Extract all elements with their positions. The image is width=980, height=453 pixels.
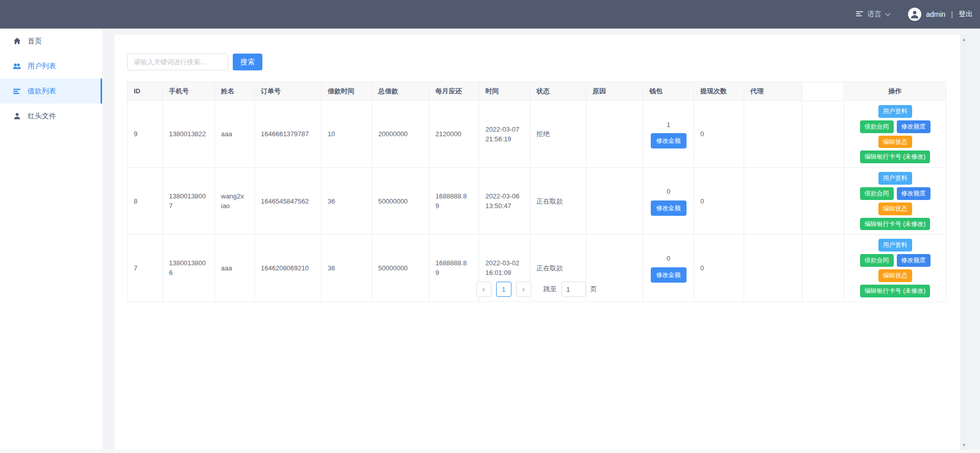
name-cell: aaa <box>215 101 255 168</box>
column-header-id: ID <box>128 82 163 101</box>
search-bar: 搜索 <box>127 54 262 70</box>
edit-status-button[interactable]: 编辑状态 <box>878 203 912 215</box>
topbar: 语言 admin | 登出 <box>0 0 980 29</box>
column-header-monthly-due: 每月应还 <box>429 82 479 101</box>
time-cell: 2022-03-07 21:56:19 <box>479 101 530 168</box>
column-header-total-loan: 总借款 <box>372 82 429 101</box>
id-cell: 9 <box>128 101 163 168</box>
modify-quota-button[interactable]: 修改额度 <box>897 254 930 267</box>
loan-time-cell: 10 <box>322 101 372 168</box>
table-row: 9 1380013822 aaa 1646661379787 10 200000… <box>128 101 946 168</box>
withdraw-count-cell: 0 <box>694 101 744 168</box>
search-input[interactable] <box>127 54 228 70</box>
status-cell: 正在取款 <box>530 168 586 235</box>
scroll-down-icon[interactable] <box>962 440 966 450</box>
topbar-right-cluster: 语言 admin | 登出 <box>856 8 973 21</box>
id-cell: 8 <box>128 168 163 235</box>
sidebar-item-loan-list[interactable]: 借款列表 <box>0 79 102 104</box>
username-label: admin <box>926 10 945 18</box>
edit-bank-card-button[interactable]: 编辑银行卡号 (未修改) <box>860 150 930 163</box>
column-header-withdraw-count: 提现次数 <box>694 82 744 101</box>
column-header-order-no: 订单号 <box>255 82 322 101</box>
wallet-count: 0 <box>649 254 688 264</box>
column-header-agent: 代理 <box>744 82 802 101</box>
sidebar-item-user-list[interactable]: 用户列表 <box>0 54 102 79</box>
loan-contract-button[interactable]: 借款合同 <box>860 187 894 200</box>
spacer-column-header <box>802 82 844 101</box>
language-lines-icon <box>856 10 864 19</box>
column-header-loan-time: 借款时间 <box>322 82 372 101</box>
actions-cell: 用户资料 借款合同 修改额度 编辑状态 编辑银行卡号 (未修改) <box>844 101 946 168</box>
loan-table: ID 手机号 姓名 订单号 借款时间 总借款 每月应还 时间 状态 原因 钱包 … <box>127 82 946 302</box>
logout-button[interactable]: 登出 <box>959 10 973 19</box>
modify-amount-button[interactable]: 修改金额 <box>651 267 687 283</box>
main-area: 搜索 ID 手机号 姓名 订单号 借款时间 总借款 每月应还 时间 <box>102 29 980 449</box>
modify-quota-button[interactable]: 修改额度 <box>897 187 930 200</box>
vertical-scrollbar[interactable] <box>960 35 968 450</box>
user-profile-button[interactable]: 用户资料 <box>878 105 912 118</box>
loan-contract-button[interactable]: 借款合同 <box>860 254 894 267</box>
user-avatar-icon <box>910 10 919 19</box>
monthly-due-cell: 2120000 <box>429 101 479 168</box>
sidebar-item-label: 红头文件 <box>28 112 56 121</box>
chevron-down-icon <box>886 11 891 16</box>
spacer-cell <box>802 101 844 168</box>
avatar[interactable] <box>908 8 921 21</box>
table-header-row: ID 手机号 姓名 订单号 借款时间 总借款 每月应还 时间 状态 原因 钱包 … <box>128 82 946 101</box>
jump-to-label: 跳至 <box>544 285 557 294</box>
name-cell: wang2xiao <box>215 168 255 235</box>
actions-cell: 用户资料 借款合同 修改额度 编辑状态 编辑银行卡号 (未修改) <box>844 168 946 235</box>
jump-page-input[interactable] <box>561 282 586 297</box>
withdraw-count-cell: 0 <box>694 168 744 235</box>
column-header-reason: 原因 <box>586 82 643 101</box>
loan-time-cell: 36 <box>322 168 372 235</box>
total-loan-cell: 50000000 <box>372 168 429 235</box>
modify-amount-button[interactable]: 修改金额 <box>651 133 687 148</box>
page-1-button[interactable]: 1 <box>496 282 511 297</box>
name-value: wang2xiao <box>221 191 244 211</box>
action-buttons: 用户资料 借款合同 修改额度 编辑状态 编辑银行卡号 (未修改) <box>850 172 940 230</box>
modify-quota-button[interactable]: 修改额度 <box>897 120 930 133</box>
edit-bank-card-button[interactable]: 编辑银行卡号 (未修改) <box>860 218 930 231</box>
content-card: 搜索 ID 手机号 姓名 订单号 借款时间 总借款 每月应还 时间 <box>114 35 968 450</box>
prev-page-button[interactable]: ‹ <box>476 282 492 297</box>
sidebar-item-label: 首页 <box>28 37 42 46</box>
total-loan-cell: 20000000 <box>372 101 429 168</box>
edit-status-button[interactable]: 编辑状态 <box>878 136 912 148</box>
edit-status-button[interactable]: 编辑状态 <box>878 269 912 282</box>
topbar-separator: | <box>951 10 953 18</box>
order-no-cell: 1646661379787 <box>255 101 322 168</box>
language-menu[interactable]: 语言 <box>856 10 890 19</box>
wallet-count: 1 <box>649 120 688 130</box>
phone-value: 13800138006 <box>169 258 208 278</box>
order-no-cell: 1646545847562 <box>255 168 322 235</box>
search-button[interactable]: 搜索 <box>233 54 262 70</box>
column-header-time: 时间 <box>479 82 530 101</box>
column-header-name: 姓名 <box>215 82 255 101</box>
spacer-cell <box>802 168 844 235</box>
phone-cell: 13800138007 <box>163 168 215 235</box>
phone-value: 1380013822 <box>169 129 206 139</box>
action-buttons: 用户资料 借款合同 修改额度 编辑状态 编辑银行卡号 (未修改) <box>850 105 940 163</box>
wallet-cell: 1 修改金额 <box>643 101 694 168</box>
name-value: aaa <box>221 129 232 139</box>
next-page-button[interactable]: › <box>516 282 531 297</box>
sidebar-item-red-head-doc[interactable]: 红头文件 <box>0 104 102 129</box>
sidebar-item-label: 借款列表 <box>28 87 56 96</box>
user-profile-button[interactable]: 用户资料 <box>878 239 912 251</box>
monthly-due-value: 1688888.89 <box>435 191 468 211</box>
column-header-status: 状态 <box>530 82 586 101</box>
agent-cell <box>744 101 802 168</box>
scroll-up-icon[interactable] <box>962 35 966 44</box>
list-lines-icon <box>13 88 21 95</box>
modify-amount-button[interactable]: 修改金额 <box>651 200 687 216</box>
sidebar-item-home[interactable]: 首页 <box>0 29 102 54</box>
loan-contract-button[interactable]: 借款合同 <box>860 120 894 133</box>
language-label: 语言 <box>867 10 881 19</box>
status-cell: 拒绝 <box>530 101 586 168</box>
user-profile-button[interactable]: 用户资料 <box>878 172 912 185</box>
sidebar-item-label: 用户列表 <box>28 62 56 71</box>
name-value: aaa <box>221 263 232 273</box>
phone-value: 13800138007 <box>169 191 208 211</box>
time-cell: 2022-03-06 13:50:47 <box>479 168 530 235</box>
